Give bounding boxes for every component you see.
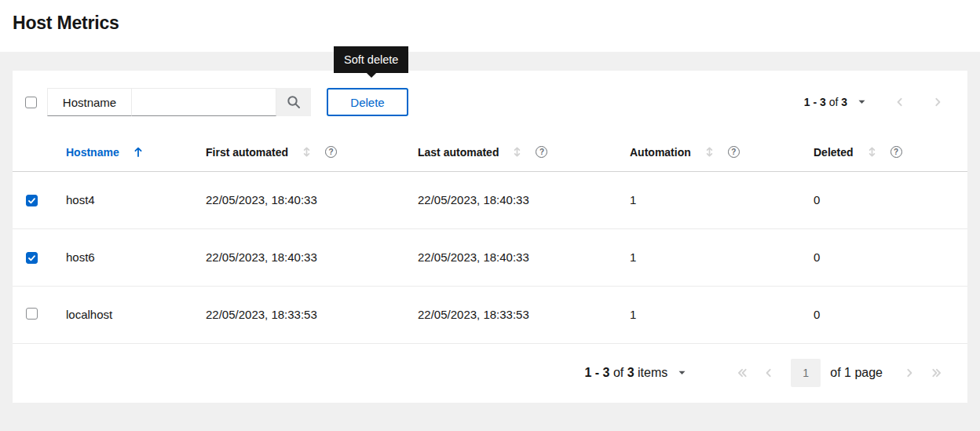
pagination-top-range: 1 - 3 of 3: [804, 96, 847, 108]
prev-page-button[interactable]: [756, 360, 781, 385]
sortable-icon[interactable]: [705, 146, 714, 158]
pagination-bottom-range-bold: 1 - 3: [584, 366, 609, 379]
toolbar: Hostname Delete 1 - 3 of 3: [13, 71, 967, 133]
help-icon[interactable]: ?: [728, 146, 740, 158]
header-cell-deleted: Deleted ?: [801, 133, 967, 171]
double-angle-right-icon: [930, 367, 943, 378]
sortable-icon[interactable]: [513, 146, 521, 158]
cell-deleted: 0: [801, 228, 967, 286]
table-body: host4 22/05/2023, 18:40:33 22/05/2023, 1…: [13, 171, 967, 343]
select-all-checkbox[interactable]: [25, 97, 37, 108]
header-cell-last-automated: Last automated ?: [405, 133, 617, 171]
cell-last-automated: 22/05/2023, 18:33:53: [405, 286, 617, 343]
column-label-deleted[interactable]: Deleted: [814, 146, 854, 159]
angle-left-icon: [763, 367, 774, 378]
cell-hostname: localhost: [53, 286, 193, 343]
pagination-top-menu-toggle[interactable]: [855, 97, 868, 108]
table-row: localhost 22/05/2023, 18:33:53 22/05/202…: [13, 286, 967, 343]
row-select-cell: [13, 286, 53, 343]
double-angle-left-icon: [736, 367, 749, 378]
row-checkbox[interactable]: [26, 195, 38, 206]
column-label-last-automated[interactable]: Last automated: [418, 146, 499, 159]
pagination-bottom: 1 - 3 of 3 items of 1 page: [13, 344, 967, 403]
pagination-bottom-of: of: [613, 366, 623, 379]
help-icon[interactable]: ?: [325, 146, 337, 158]
sortable-icon[interactable]: [868, 146, 876, 158]
help-icon[interactable]: ?: [890, 146, 902, 158]
help-icon[interactable]: ?: [536, 146, 547, 158]
tooltip-text: Soft delete: [344, 53, 398, 66]
row-checkbox[interactable]: [26, 252, 38, 264]
caret-down-icon: [858, 100, 865, 104]
cell-automation: 1: [617, 228, 801, 286]
header-cell-hostname: Hostname: [53, 133, 193, 171]
next-page-button[interactable]: [897, 360, 922, 385]
search-button[interactable]: [276, 88, 311, 116]
pagination-bottom-range: 1 - 3 of 3 items: [584, 366, 667, 380]
angle-right-icon: [904, 367, 915, 378]
row-select-cell: [13, 228, 53, 286]
page-count-label: of 1 page: [830, 366, 883, 380]
column-label-first-automated[interactable]: First automated: [206, 146, 288, 159]
header-cell-automation: Automation ?: [617, 133, 801, 171]
pagination-top-nav: [887, 89, 950, 115]
caret-down-icon: [678, 371, 686, 375]
angle-left-icon: [894, 97, 905, 108]
cell-hostname: host6: [53, 228, 193, 286]
pagination-top: 1 - 3 of 3: [804, 89, 955, 115]
pagination-bottom-items-word: items: [638, 366, 667, 379]
angle-right-icon: [932, 97, 943, 108]
column-label-automation[interactable]: Automation: [630, 146, 691, 159]
pagination-top-range-bold: 1 - 3: [804, 96, 826, 108]
table-header-row: Hostname First automated ?: [13, 133, 967, 171]
pagination-top-of: of: [829, 96, 839, 108]
page-title: Host Metrics: [13, 13, 967, 34]
cell-first-automated: 22/05/2023, 18:40:33: [193, 228, 405, 286]
cell-first-automated: 22/05/2023, 18:40:33: [193, 171, 405, 228]
filter-key-select[interactable]: Hostname: [47, 88, 132, 116]
pagination-bottom-total: 3: [627, 366, 634, 379]
soft-delete-tooltip: Soft delete: [334, 46, 408, 73]
current-page-input[interactable]: [791, 359, 821, 387]
table-row: host4 22/05/2023, 18:40:33 22/05/2023, 1…: [13, 171, 967, 228]
search-input[interactable]: [132, 88, 276, 116]
search-filter-group: Hostname: [47, 88, 311, 116]
row-select-cell: [13, 171, 53, 228]
prev-page-button[interactable]: [887, 89, 912, 115]
row-checkbox[interactable]: [26, 308, 38, 320]
last-page-button[interactable]: [923, 360, 949, 385]
host-metrics-table: Hostname First automated ?: [13, 133, 967, 344]
cell-last-automated: 22/05/2023, 18:40:33: [405, 171, 617, 228]
pagination-top-total: 3: [841, 96, 847, 108]
delete-button[interactable]: Delete: [327, 88, 408, 116]
search-icon: [287, 95, 301, 109]
next-page-button[interactable]: [925, 89, 950, 115]
cell-last-automated: 22/05/2023, 18:40:33: [405, 228, 617, 286]
sortable-icon[interactable]: [302, 146, 311, 158]
cell-hostname: host4: [53, 171, 193, 228]
host-metrics-card: Hostname Delete 1 - 3 of 3: [13, 71, 967, 403]
cell-automation: 1: [617, 286, 801, 343]
header-cell-checkbox: [13, 133, 53, 171]
pagination-bottom-menu-toggle[interactable]: [675, 367, 689, 378]
page-header: Host Metrics: [0, 0, 980, 52]
cell-first-automated: 22/05/2023, 18:33:53: [193, 286, 405, 343]
sort-ascending-icon[interactable]: [133, 146, 143, 158]
cell-deleted: 0: [801, 171, 967, 228]
first-page-button[interactable]: [730, 360, 755, 385]
cell-deleted: 0: [801, 286, 967, 343]
column-sort-hostname[interactable]: Hostname: [66, 146, 119, 159]
header-cell-first-automated: First automated ?: [193, 133, 405, 171]
pagination-bottom-nav: of 1 page: [730, 359, 949, 387]
filter-key-label: Hostname: [63, 96, 116, 109]
table-row: host6 22/05/2023, 18:40:33 22/05/2023, 1…: [13, 228, 967, 286]
cell-automation: 1: [617, 171, 801, 228]
